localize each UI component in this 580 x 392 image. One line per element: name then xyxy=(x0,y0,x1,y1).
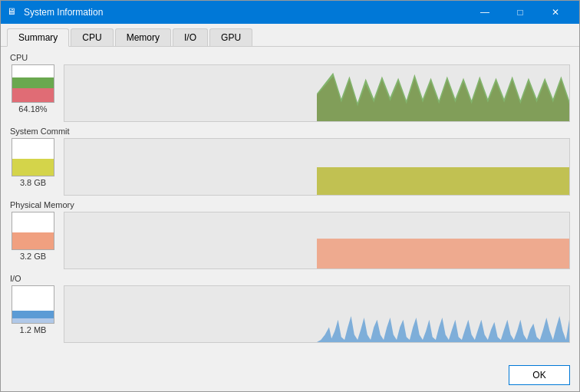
io-section: I/O 1.2 MB xyxy=(10,274,570,343)
cpu-mini-box: 64.18% xyxy=(10,64,56,122)
tab-cpu[interactable]: CPU xyxy=(71,28,113,46)
physical-memory-row: 3.2 GB xyxy=(10,212,570,269)
svg-rect-3 xyxy=(317,239,569,268)
system-commit-mini-box: 3.8 GB xyxy=(10,138,56,196)
window-icon: 🖥 xyxy=(7,6,19,18)
system-commit-label: System Commit xyxy=(10,127,570,136)
footer: OK xyxy=(1,361,579,391)
tab-summary[interactable]: Summary xyxy=(7,28,69,47)
system-commit-section: System Commit 3.8 GB xyxy=(10,127,570,196)
io-blue-bar xyxy=(12,311,54,318)
tab-memory[interactable]: Memory xyxy=(115,28,171,46)
window-title: System Information xyxy=(24,7,467,18)
io-lightblue-bar xyxy=(12,318,54,323)
system-commit-graph xyxy=(64,138,570,196)
io-label: I/O xyxy=(10,274,570,283)
io-mini-box: 1.2 MB xyxy=(10,285,56,343)
ok-button[interactable]: OK xyxy=(509,365,570,385)
cpu-value: 64.18% xyxy=(18,104,47,114)
sc-yellow-bar xyxy=(12,159,54,176)
cpu-mini-chart xyxy=(12,64,54,103)
minimize-button[interactable]: — xyxy=(467,1,503,24)
io-white-bar xyxy=(12,286,54,311)
tab-io[interactable]: I/O xyxy=(173,28,208,46)
svg-marker-4 xyxy=(317,316,569,342)
title-controls: — □ ✕ xyxy=(467,1,573,24)
physical-memory-mini-box: 3.2 GB xyxy=(10,212,56,269)
physical-memory-section: Physical Memory 3.2 GB xyxy=(10,200,570,269)
svg-marker-1 xyxy=(317,73,569,121)
content-area: CPU 64.18% xyxy=(1,47,579,361)
system-commit-mini-chart xyxy=(12,138,54,176)
cpu-red-bar xyxy=(12,88,54,102)
main-window: 🖥 System Information — □ ✕ Summary CPU M… xyxy=(0,0,580,392)
close-button[interactable]: ✕ xyxy=(538,1,573,24)
system-commit-value: 3.8 GB xyxy=(20,178,46,187)
cpu-graph xyxy=(64,64,570,122)
system-commit-row: 3.8 GB xyxy=(10,138,570,196)
pm-orange-bar xyxy=(12,232,54,249)
physical-memory-label: Physical Memory xyxy=(10,200,570,209)
cpu-white-bar xyxy=(12,65,54,77)
physical-memory-mini-chart xyxy=(12,212,54,250)
pm-white-bar xyxy=(12,212,54,232)
maximize-button[interactable]: □ xyxy=(503,1,538,24)
cpu-section: CPU 64.18% xyxy=(10,53,570,122)
tab-bar: Summary CPU Memory I/O GPU xyxy=(1,24,579,47)
io-mini-chart xyxy=(12,285,54,324)
physical-memory-value: 3.2 GB xyxy=(20,252,46,261)
io-row: 1.2 MB xyxy=(10,285,570,343)
cpu-row: 64.18% xyxy=(10,64,570,122)
io-value: 1.2 MB xyxy=(20,325,47,334)
cpu-green-bar xyxy=(12,77,54,88)
physical-memory-graph xyxy=(64,212,570,269)
svg-rect-2 xyxy=(317,167,569,195)
title-bar: 🖥 System Information — □ ✕ xyxy=(1,1,579,24)
sc-white-bar xyxy=(12,139,54,159)
io-graph xyxy=(64,285,570,343)
cpu-label: CPU xyxy=(10,53,570,62)
tab-gpu[interactable]: GPU xyxy=(209,28,252,46)
